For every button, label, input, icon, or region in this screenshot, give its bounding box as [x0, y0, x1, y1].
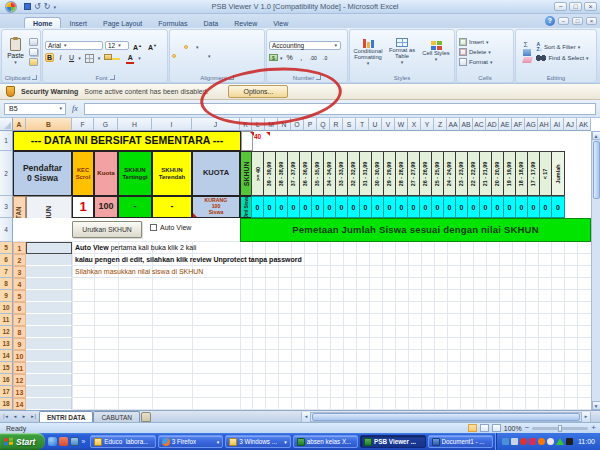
auto-view-checkbox[interactable]: Auto View	[150, 224, 191, 231]
comma-style-icon[interactable]: ,	[297, 53, 306, 62]
zoom-level[interactable]: 100%	[504, 425, 522, 432]
quick-launch-app-icon[interactable]	[59, 437, 68, 446]
kuota-header-cell[interactable]: Kuota	[94, 151, 118, 196]
options-button[interactable]: Options...	[228, 85, 288, 98]
skhun-input-cell[interactable]	[26, 254, 72, 266]
font-size-select[interactable]: 12▼	[105, 41, 129, 50]
insert-function-icon[interactable]: fx	[69, 104, 81, 113]
ribbon-tab-view[interactable]: View	[265, 18, 296, 28]
wrap-text-icon[interactable]	[201, 45, 205, 49]
urutan-number-cell[interactable]: 4	[13, 278, 26, 290]
messenger-icon[interactable]	[529, 438, 536, 445]
restore-button[interactable]: □	[569, 2, 582, 11]
sheet-tab-entri-data[interactable]: ENTRI DATA	[39, 411, 93, 422]
align-top-icon[interactable]	[172, 45, 176, 49]
grow-font-icon[interactable]: A▲	[131, 41, 144, 50]
row-header-8[interactable]: 8	[0, 278, 13, 290]
tertinggi-value-cell[interactable]: -	[118, 196, 152, 218]
terendah-value-cell[interactable]: -	[152, 196, 192, 218]
skhun-input-cell[interactable]	[26, 326, 72, 338]
decrease-decimal-icon[interactable]: .0	[321, 53, 330, 62]
column-header-S[interactable]: S	[343, 118, 356, 131]
alignment-dialog-launcher-icon[interactable]	[229, 75, 234, 80]
column-header-A[interactable]: A	[13, 118, 26, 131]
ribbon-tab-page-layout[interactable]: Page Layout	[95, 18, 150, 28]
column-header-G[interactable]: G	[94, 118, 118, 131]
skhun-input-cell[interactable]	[26, 278, 72, 290]
sort-filter-button[interactable]: AZ↓Sort & Filter▾	[536, 42, 588, 52]
graphics-icon[interactable]	[556, 438, 564, 445]
row-header-14[interactable]: 14	[0, 350, 13, 362]
taskbar-clock[interactable]: 11:00	[575, 438, 595, 445]
font-family-select[interactable]: Arial▼	[45, 41, 103, 50]
urutan-number-cell[interactable]: 2	[13, 254, 26, 266]
horizontal-scroll-thumb[interactable]	[312, 413, 580, 421]
skhun-input-cell[interactable]	[26, 302, 72, 314]
number-dialog-launcher-icon[interactable]	[316, 75, 321, 80]
kuota2-header-cell[interactable]: KUOTA	[192, 151, 240, 196]
row-header-12[interactable]: 12	[0, 326, 13, 338]
normal-view-icon[interactable]	[468, 424, 477, 432]
media-player-icon[interactable]	[538, 438, 545, 445]
row-header-3[interactable]: 3	[0, 196, 13, 218]
minimize-button[interactable]: −	[554, 2, 567, 11]
skhun-input-cell[interactable]	[26, 338, 72, 350]
taskbar-button[interactable]: 3 Windows ...▾	[225, 435, 290, 448]
skhun-input-cell[interactable]	[26, 398, 72, 410]
row-header-13[interactable]: 13	[0, 338, 13, 350]
paste-dropdown-icon[interactable]: ▾	[14, 59, 17, 65]
quick-launch-overflow-icon[interactable]: »	[81, 438, 85, 445]
font-color-icon[interactable]: A	[124, 53, 136, 62]
antivirus-icon[interactable]	[520, 438, 527, 445]
column-header-B[interactable]: B	[26, 118, 72, 131]
scroll-left-icon[interactable]: ◄	[302, 412, 311, 422]
column-header-AH[interactable]: AH	[538, 118, 551, 131]
delete-cells-button[interactable]: Delete▾	[459, 48, 511, 56]
taskbar-button[interactable]: Document1 - ...	[428, 435, 493, 448]
cell-styles-button[interactable]: Cell Styles ▾	[420, 32, 452, 71]
show-desktop-icon[interactable]	[70, 437, 79, 446]
zoom-slider-thumb[interactable]	[558, 425, 562, 432]
undo-icon[interactable]: ↺	[34, 3, 41, 11]
urutan-number-cell[interactable]: 12	[13, 374, 26, 386]
cell-l1-value[interactable]: 40	[254, 133, 261, 140]
column-header-M[interactable]: M	[265, 118, 278, 131]
row-header-15[interactable]: 15	[0, 362, 13, 374]
row-header-11[interactable]: 11	[0, 314, 13, 326]
row-header-9[interactable]: 9	[0, 290, 13, 302]
ribbon-tab-home[interactable]: Home	[24, 17, 61, 28]
pemetaan-banner-cell[interactable]: Pemetaan Jumlah Siswa sesuai dengan nila…	[240, 218, 591, 242]
cut-icon[interactable]	[29, 38, 38, 46]
banner-cell[interactable]: --- DATA INI BERSIFAT SEMENTARA ---	[13, 131, 241, 151]
column-header-AA[interactable]: AA	[447, 118, 460, 131]
column-header-AJ[interactable]: AJ	[564, 118, 577, 131]
column-header-AB[interactable]: AB	[460, 118, 473, 131]
skhun-input-cell[interactable]	[26, 314, 72, 326]
increase-decimal-icon[interactable]: .00	[308, 53, 319, 62]
merge-center-icon[interactable]	[202, 54, 206, 58]
skhun-input-cell[interactable]	[26, 374, 72, 386]
start-button[interactable]: Start	[0, 433, 45, 450]
ribbon-tab-formulas[interactable]: Formulas	[150, 18, 195, 28]
fill-color-icon[interactable]	[102, 53, 122, 62]
copy-icon[interactable]	[29, 48, 38, 56]
align-right-icon[interactable]	[184, 54, 188, 58]
column-header-K[interactable]: K	[240, 118, 252, 131]
urutan-number-cell[interactable]: 7	[13, 314, 26, 326]
column-header-X[interactable]: X	[408, 118, 421, 131]
borders-icon[interactable]	[83, 53, 96, 62]
format-painter-icon[interactable]	[29, 58, 38, 66]
security-icon[interactable]	[566, 438, 573, 445]
help-button[interactable]: ?	[545, 16, 555, 26]
urutan-number-cell[interactable]: 5	[13, 290, 26, 302]
network-icon[interactable]	[502, 438, 509, 445]
display-icon[interactable]	[511, 438, 518, 445]
column-header-H[interactable]: H	[118, 118, 152, 131]
column-header-I[interactable]: I	[152, 118, 192, 131]
urutan-number-cell[interactable]: 10	[13, 350, 26, 362]
column-header-V[interactable]: V	[382, 118, 395, 131]
internet-explorer-icon[interactable]	[48, 437, 57, 446]
column-header-N[interactable]: N	[278, 118, 291, 131]
select-all-corner[interactable]	[0, 118, 13, 131]
formula-input[interactable]	[84, 103, 596, 115]
